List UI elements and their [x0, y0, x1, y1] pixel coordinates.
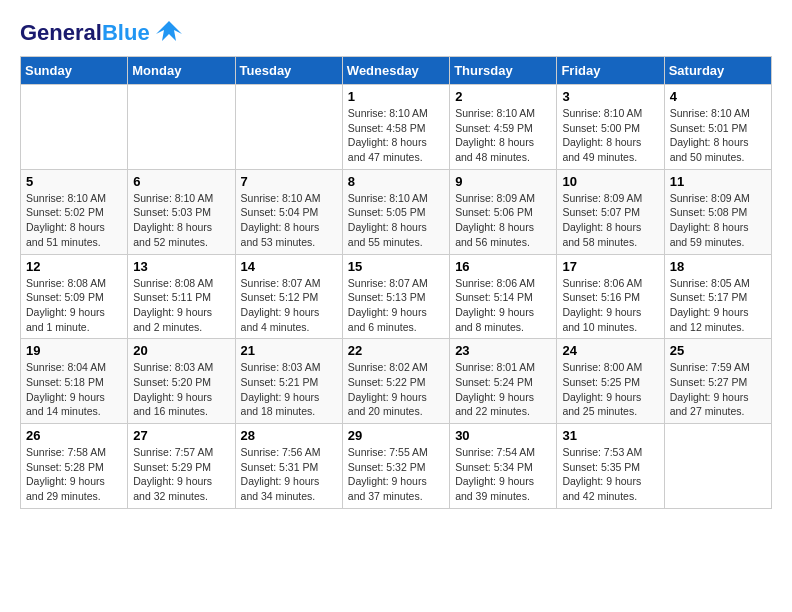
weekday-header-saturday: Saturday: [664, 57, 771, 85]
day-number: 17: [562, 259, 658, 274]
calendar-cell: 22Sunrise: 8:02 AMSunset: 5:22 PMDayligh…: [342, 339, 449, 424]
weekday-header-wednesday: Wednesday: [342, 57, 449, 85]
day-info: Sunrise: 7:54 AMSunset: 5:34 PMDaylight:…: [455, 445, 551, 504]
day-number: 4: [670, 89, 766, 104]
logo-bird-icon: [154, 16, 184, 46]
day-number: 29: [348, 428, 444, 443]
calendar-cell: 8Sunrise: 8:10 AMSunset: 5:05 PMDaylight…: [342, 169, 449, 254]
page-header: GeneralBlue: [20, 20, 772, 46]
day-info: Sunrise: 8:08 AMSunset: 5:11 PMDaylight:…: [133, 276, 229, 335]
calendar-cell: [21, 85, 128, 170]
weekday-header-friday: Friday: [557, 57, 664, 85]
day-info: Sunrise: 8:02 AMSunset: 5:22 PMDaylight:…: [348, 360, 444, 419]
calendar-cell: 27Sunrise: 7:57 AMSunset: 5:29 PMDayligh…: [128, 424, 235, 509]
day-info: Sunrise: 7:59 AMSunset: 5:27 PMDaylight:…: [670, 360, 766, 419]
day-info: Sunrise: 8:07 AMSunset: 5:12 PMDaylight:…: [241, 276, 337, 335]
day-number: 6: [133, 174, 229, 189]
calendar-cell: 10Sunrise: 8:09 AMSunset: 5:07 PMDayligh…: [557, 169, 664, 254]
day-number: 10: [562, 174, 658, 189]
day-number: 21: [241, 343, 337, 358]
calendar-cell: 29Sunrise: 7:55 AMSunset: 5:32 PMDayligh…: [342, 424, 449, 509]
weekday-header-sunday: Sunday: [21, 57, 128, 85]
calendar-cell: 15Sunrise: 8:07 AMSunset: 5:13 PMDayligh…: [342, 254, 449, 339]
day-number: 25: [670, 343, 766, 358]
calendar-week-4: 19Sunrise: 8:04 AMSunset: 5:18 PMDayligh…: [21, 339, 772, 424]
day-number: 28: [241, 428, 337, 443]
day-info: Sunrise: 8:08 AMSunset: 5:09 PMDaylight:…: [26, 276, 122, 335]
day-info: Sunrise: 7:58 AMSunset: 5:28 PMDaylight:…: [26, 445, 122, 504]
day-number: 13: [133, 259, 229, 274]
calendar-table: SundayMondayTuesdayWednesdayThursdayFrid…: [20, 56, 772, 509]
calendar-cell: 18Sunrise: 8:05 AMSunset: 5:17 PMDayligh…: [664, 254, 771, 339]
logo: GeneralBlue: [20, 20, 184, 46]
calendar-cell: 1Sunrise: 8:10 AMSunset: 4:58 PMDaylight…: [342, 85, 449, 170]
day-number: 23: [455, 343, 551, 358]
day-info: Sunrise: 8:04 AMSunset: 5:18 PMDaylight:…: [26, 360, 122, 419]
calendar-cell: 9Sunrise: 8:09 AMSunset: 5:06 PMDaylight…: [450, 169, 557, 254]
day-number: 27: [133, 428, 229, 443]
calendar-cell: 25Sunrise: 7:59 AMSunset: 5:27 PMDayligh…: [664, 339, 771, 424]
day-info: Sunrise: 8:09 AMSunset: 5:07 PMDaylight:…: [562, 191, 658, 250]
calendar-cell: 3Sunrise: 8:10 AMSunset: 5:00 PMDaylight…: [557, 85, 664, 170]
calendar-cell: 19Sunrise: 8:04 AMSunset: 5:18 PMDayligh…: [21, 339, 128, 424]
day-info: Sunrise: 8:10 AMSunset: 5:00 PMDaylight:…: [562, 106, 658, 165]
day-number: 7: [241, 174, 337, 189]
logo-text: GeneralBlue: [20, 22, 150, 44]
calendar-week-1: 1Sunrise: 8:10 AMSunset: 4:58 PMDaylight…: [21, 85, 772, 170]
calendar-cell: 4Sunrise: 8:10 AMSunset: 5:01 PMDaylight…: [664, 85, 771, 170]
calendar-week-5: 26Sunrise: 7:58 AMSunset: 5:28 PMDayligh…: [21, 424, 772, 509]
day-number: 30: [455, 428, 551, 443]
day-info: Sunrise: 8:01 AMSunset: 5:24 PMDaylight:…: [455, 360, 551, 419]
calendar-cell: [235, 85, 342, 170]
day-info: Sunrise: 8:00 AMSunset: 5:25 PMDaylight:…: [562, 360, 658, 419]
day-info: Sunrise: 8:03 AMSunset: 5:21 PMDaylight:…: [241, 360, 337, 419]
weekday-header-row: SundayMondayTuesdayWednesdayThursdayFrid…: [21, 57, 772, 85]
day-info: Sunrise: 8:10 AMSunset: 5:01 PMDaylight:…: [670, 106, 766, 165]
day-info: Sunrise: 8:10 AMSunset: 5:04 PMDaylight:…: [241, 191, 337, 250]
calendar-cell: [664, 424, 771, 509]
day-info: Sunrise: 7:53 AMSunset: 5:35 PMDaylight:…: [562, 445, 658, 504]
day-info: Sunrise: 8:06 AMSunset: 5:14 PMDaylight:…: [455, 276, 551, 335]
day-info: Sunrise: 8:07 AMSunset: 5:13 PMDaylight:…: [348, 276, 444, 335]
calendar-cell: 26Sunrise: 7:58 AMSunset: 5:28 PMDayligh…: [21, 424, 128, 509]
day-info: Sunrise: 8:10 AMSunset: 5:02 PMDaylight:…: [26, 191, 122, 250]
calendar-cell: [128, 85, 235, 170]
day-number: 24: [562, 343, 658, 358]
day-info: Sunrise: 8:10 AMSunset: 5:03 PMDaylight:…: [133, 191, 229, 250]
calendar-week-3: 12Sunrise: 8:08 AMSunset: 5:09 PMDayligh…: [21, 254, 772, 339]
day-number: 12: [26, 259, 122, 274]
calendar-cell: 13Sunrise: 8:08 AMSunset: 5:11 PMDayligh…: [128, 254, 235, 339]
day-info: Sunrise: 8:09 AMSunset: 5:06 PMDaylight:…: [455, 191, 551, 250]
day-number: 3: [562, 89, 658, 104]
day-number: 2: [455, 89, 551, 104]
calendar-cell: 21Sunrise: 8:03 AMSunset: 5:21 PMDayligh…: [235, 339, 342, 424]
calendar-cell: 23Sunrise: 8:01 AMSunset: 5:24 PMDayligh…: [450, 339, 557, 424]
weekday-header-monday: Monday: [128, 57, 235, 85]
day-info: Sunrise: 8:10 AMSunset: 4:58 PMDaylight:…: [348, 106, 444, 165]
day-number: 18: [670, 259, 766, 274]
svg-marker-0: [156, 21, 182, 41]
calendar-cell: 6Sunrise: 8:10 AMSunset: 5:03 PMDaylight…: [128, 169, 235, 254]
calendar-cell: 24Sunrise: 8:00 AMSunset: 5:25 PMDayligh…: [557, 339, 664, 424]
calendar-cell: 20Sunrise: 8:03 AMSunset: 5:20 PMDayligh…: [128, 339, 235, 424]
day-number: 9: [455, 174, 551, 189]
calendar-cell: 16Sunrise: 8:06 AMSunset: 5:14 PMDayligh…: [450, 254, 557, 339]
day-number: 11: [670, 174, 766, 189]
day-number: 20: [133, 343, 229, 358]
day-info: Sunrise: 7:55 AMSunset: 5:32 PMDaylight:…: [348, 445, 444, 504]
weekday-header-thursday: Thursday: [450, 57, 557, 85]
day-info: Sunrise: 7:57 AMSunset: 5:29 PMDaylight:…: [133, 445, 229, 504]
calendar-cell: 17Sunrise: 8:06 AMSunset: 5:16 PMDayligh…: [557, 254, 664, 339]
day-number: 5: [26, 174, 122, 189]
calendar-cell: 12Sunrise: 8:08 AMSunset: 5:09 PMDayligh…: [21, 254, 128, 339]
day-number: 31: [562, 428, 658, 443]
day-info: Sunrise: 8:03 AMSunset: 5:20 PMDaylight:…: [133, 360, 229, 419]
day-number: 15: [348, 259, 444, 274]
weekday-header-tuesday: Tuesday: [235, 57, 342, 85]
calendar-cell: 14Sunrise: 8:07 AMSunset: 5:12 PMDayligh…: [235, 254, 342, 339]
day-number: 8: [348, 174, 444, 189]
day-number: 1: [348, 89, 444, 104]
calendar-cell: 5Sunrise: 8:10 AMSunset: 5:02 PMDaylight…: [21, 169, 128, 254]
calendar-week-2: 5Sunrise: 8:10 AMSunset: 5:02 PMDaylight…: [21, 169, 772, 254]
day-info: Sunrise: 7:56 AMSunset: 5:31 PMDaylight:…: [241, 445, 337, 504]
